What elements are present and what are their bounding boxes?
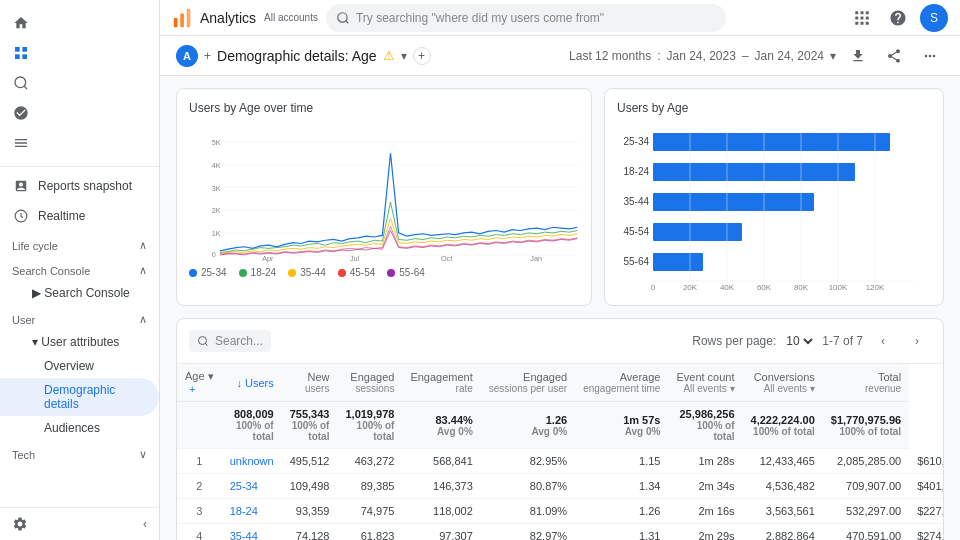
table-header-row: Age ▾ + ↓ Users Newusers Engagedsessions… bbox=[177, 364, 944, 402]
row-rank-1: 2 bbox=[177, 474, 222, 499]
row-engagement-rate-2: 81.09% bbox=[481, 499, 575, 524]
breadcrumb-plus[interactable]: + bbox=[204, 49, 211, 63]
totals-revenue-value: $1,770,975.96 bbox=[831, 414, 901, 426]
col-users[interactable]: ↓ Users bbox=[222, 364, 282, 402]
svg-rect-0 bbox=[15, 47, 20, 52]
row-avg-time-3: 2m 29s bbox=[668, 524, 742, 541]
row-users-3: 74,128 bbox=[282, 524, 338, 541]
search-console-arrow: ▶ bbox=[32, 286, 44, 300]
realtime-icon bbox=[12, 207, 30, 225]
svg-text:40K: 40K bbox=[720, 283, 735, 292]
col-engaged-sessions[interactable]: Engagedsessions bbox=[337, 364, 402, 402]
sidebar-item-search-console[interactable]: ▶ Search Console bbox=[0, 281, 159, 305]
svg-rect-7 bbox=[174, 18, 178, 27]
row-age-3[interactable]: 35-44 bbox=[222, 524, 282, 541]
table-row: 1 unknown 495,512 463,272 568,841 82.95%… bbox=[177, 449, 944, 474]
settings-icon[interactable] bbox=[12, 516, 28, 532]
export-button[interactable] bbox=[844, 42, 872, 70]
row-engagement-rate-1: 80.87% bbox=[481, 474, 575, 499]
row-age-2[interactable]: 18-24 bbox=[222, 499, 282, 524]
app-account: All accounts bbox=[264, 12, 318, 23]
table-row: 3 18-24 93,359 74,975 118,002 81.09% 1.2… bbox=[177, 499, 944, 524]
table-search[interactable]: Search... bbox=[189, 330, 271, 352]
row-conversions-0: 2,085,285.00 bbox=[823, 449, 909, 474]
search-console-group[interactable]: Search Console ∧ bbox=[0, 256, 159, 281]
reports-snapshot-label: Reports snapshot bbox=[38, 179, 132, 193]
collapse-button[interactable]: ‹ bbox=[143, 517, 147, 531]
sidebar-item-audiences[interactable]: Audiences bbox=[0, 416, 159, 440]
totals-event-count: 25,986,256 100% of total bbox=[668, 402, 742, 449]
svg-text:Jul: Jul bbox=[350, 254, 360, 263]
date-to: Jan 24, 2024 bbox=[755, 49, 824, 63]
totals-users-value: 808,009 bbox=[234, 408, 274, 420]
col-avg-time[interactable]: Averageengagement time bbox=[575, 364, 668, 402]
sidebar-item-configure[interactable] bbox=[0, 128, 159, 158]
col-engaged-per-user[interactable]: Engagedsessions per user bbox=[481, 364, 575, 402]
user-group-chevron: ∧ bbox=[139, 313, 147, 326]
date-range-picker[interactable]: Last 12 months : Jan 24, 2023 – Jan 24, … bbox=[569, 49, 836, 63]
svg-rect-13 bbox=[861, 11, 864, 14]
row-engaged-sessions-0: 568,841 bbox=[402, 449, 480, 474]
sidebar-item-advertising[interactable] bbox=[0, 98, 159, 128]
lifecycle-label: Life cycle bbox=[12, 240, 58, 252]
sidebar-item-demographic-details[interactable]: Demographic details bbox=[0, 378, 159, 416]
svg-text:100K: 100K bbox=[829, 283, 848, 292]
date-dash: – bbox=[742, 49, 749, 63]
col-conversions[interactable]: ConversionsAll events ▾ bbox=[743, 364, 823, 402]
row-rank-3: 4 bbox=[177, 524, 222, 541]
title-dropdown-arrow[interactable]: ▾ bbox=[401, 49, 407, 63]
row-age-1[interactable]: 25-34 bbox=[222, 474, 282, 499]
lifecycle-group[interactable]: Life cycle ∧ bbox=[0, 231, 159, 256]
more-options-button[interactable] bbox=[916, 42, 944, 70]
prev-page-button[interactable]: ‹ bbox=[869, 327, 897, 355]
rows-per-page-select[interactable]: 10 25 50 bbox=[782, 333, 816, 349]
col-conversions-sub[interactable]: All events ▾ bbox=[751, 383, 815, 394]
svg-rect-17 bbox=[866, 16, 869, 19]
svg-text:60K: 60K bbox=[757, 283, 772, 292]
title-plus-btn[interactable]: + bbox=[413, 47, 431, 65]
row-conversions-2: 532,297.00 bbox=[823, 499, 909, 524]
svg-rect-15 bbox=[855, 16, 858, 19]
user-group-label: User bbox=[12, 314, 35, 326]
row-revenue-3: $274,433.34 bbox=[909, 524, 944, 541]
app-title: Analytics bbox=[200, 10, 256, 26]
top-bar: Analytics All accounts Try searching "wh… bbox=[160, 0, 960, 36]
col-new-users[interactable]: Newusers bbox=[282, 364, 338, 402]
breadcrumb: A + Demographic details: Age ⚠ ▾ + bbox=[176, 45, 431, 67]
svg-rect-14 bbox=[866, 11, 869, 14]
next-page-button[interactable]: › bbox=[903, 327, 931, 355]
svg-point-61 bbox=[199, 337, 207, 345]
svg-text:1K: 1K bbox=[212, 229, 221, 238]
sidebar-item-user-attributes[interactable]: ▾ User attributes bbox=[0, 330, 159, 354]
sidebar-item-reports[interactable] bbox=[0, 38, 159, 68]
svg-rect-42 bbox=[653, 133, 890, 151]
tech-group[interactable]: Tech ∨ bbox=[0, 440, 159, 465]
svg-rect-3 bbox=[22, 54, 27, 59]
sidebar-reports-snapshot[interactable]: Reports snapshot bbox=[0, 171, 159, 201]
help-button[interactable] bbox=[884, 4, 912, 32]
totals-conversions-pct: 100% of total bbox=[751, 426, 815, 437]
col-age[interactable]: Age ▾ + bbox=[177, 364, 222, 402]
totals-engaged-sessions-pct: 100% of total bbox=[345, 420, 394, 442]
sidebar-realtime[interactable]: Realtime bbox=[0, 201, 159, 231]
col-revenue-sub: revenue bbox=[831, 383, 901, 394]
row-age-0[interactable]: unknown bbox=[222, 449, 282, 474]
totals-event-count-pct: 100% of total bbox=[676, 420, 734, 442]
col-event-count[interactable]: Event countAll events ▾ bbox=[668, 364, 742, 402]
col-engagement-rate[interactable]: Engagementrate bbox=[402, 364, 480, 402]
sidebar-item-overview[interactable]: Overview bbox=[0, 354, 159, 378]
share-button[interactable] bbox=[880, 42, 908, 70]
add-column-button[interactable]: + bbox=[189, 383, 195, 395]
user-group[interactable]: User ∧ bbox=[0, 305, 159, 330]
search-bar[interactable]: Try searching "where did my users come f… bbox=[326, 4, 726, 32]
sidebar-item-explore[interactable] bbox=[0, 68, 159, 98]
user-avatar[interactable]: S bbox=[920, 4, 948, 32]
apps-button[interactable] bbox=[848, 4, 876, 32]
row-event-count-2: 3,563,561 bbox=[743, 499, 823, 524]
sidebar-item-home[interactable] bbox=[0, 8, 159, 38]
col-revenue[interactable]: Totalrevenue bbox=[823, 364, 909, 402]
overview-label: Overview bbox=[44, 359, 94, 373]
col-new-users-sub: users bbox=[290, 383, 330, 394]
col-event-count-sub[interactable]: All events ▾ bbox=[676, 383, 734, 394]
svg-rect-8 bbox=[180, 13, 184, 27]
